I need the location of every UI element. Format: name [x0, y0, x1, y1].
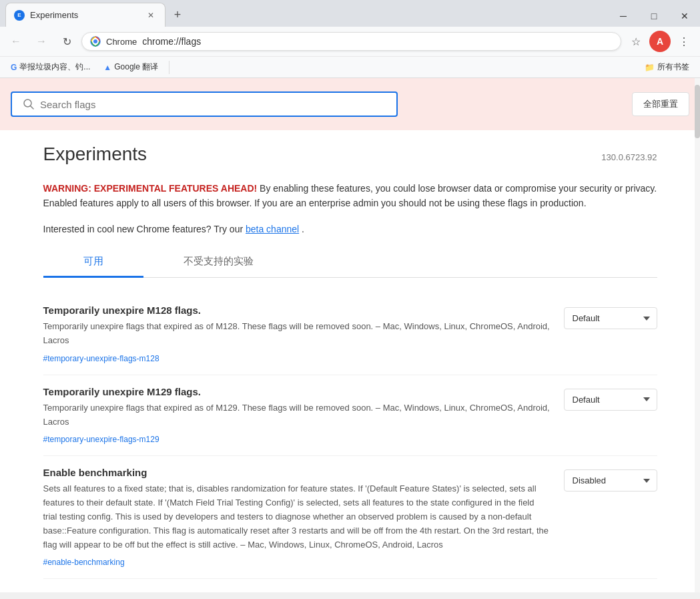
tab-unsupported[interactable]: 不受支持的实验	[143, 247, 294, 278]
flag-control-m129[interactable]: Default Enabled Disabled	[564, 386, 657, 411]
star-icon: ☆	[631, 35, 641, 48]
bookmarks-separator	[169, 61, 169, 74]
browser-tab[interactable]: E Experiments ✕	[5, 3, 165, 27]
tab-favicon: E	[14, 10, 25, 21]
bookmark-star-button[interactable]: ☆	[625, 31, 647, 52]
profile-initial: A	[657, 36, 663, 47]
bookmark-spam-label: 举报垃圾内容、钓...	[19, 61, 90, 73]
version-label: 130.0.6723.92	[601, 152, 657, 162]
minimize-button[interactable]: ─	[608, 5, 639, 27]
folder-label: 所有书签	[657, 61, 689, 73]
menu-button[interactable]: ⋮	[673, 31, 695, 52]
bookmark-item-translate[interactable]: ▲ Google 翻译	[98, 59, 163, 75]
flag-desc-benchmarking: Sets all features to a fixed state; that…	[43, 482, 551, 552]
flags-warning: WARNING: EXPERIMENTAL FEATURES AHEAD! By…	[43, 181, 657, 211]
forward-icon: →	[36, 35, 47, 47]
address-bar[interactable]: Chrome	[81, 32, 621, 51]
flags-tabs: 可用 不受支持的实验	[43, 247, 657, 278]
flag-name-m129: Temporarily unexpire M129 flags.	[43, 386, 551, 397]
refresh-icon: ↻	[63, 35, 71, 48]
back-button[interactable]: ←	[5, 31, 27, 52]
bookmarks-folder[interactable]: 📁 所有书签	[639, 59, 695, 75]
search-flags-input[interactable]	[40, 99, 386, 110]
flags-search-area: 全部重置	[0, 78, 700, 130]
flag-control-benchmarking[interactable]: Default Enabled Disabled	[564, 467, 657, 491]
beta-suffix: .	[302, 224, 304, 234]
flag-info-m128: Temporarily unexpire M128 flags. Tempora…	[43, 305, 551, 364]
reset-all-button[interactable]: 全部重置	[632, 92, 689, 116]
beta-intro: Interested in cool new Chrome features? …	[43, 224, 246, 234]
flag-desc-m128: Temporarily unexpire flags that expired …	[43, 320, 551, 348]
forward-button[interactable]: →	[31, 31, 52, 52]
nav-icons-right: ☆ A ⋮	[625, 31, 695, 52]
new-tab-button[interactable]: +	[168, 5, 187, 24]
address-input[interactable]	[142, 36, 613, 47]
profile-button[interactable]: A	[649, 31, 671, 52]
menu-icon: ⋮	[679, 35, 689, 48]
page-content: 全部重置 Experiments 130.0.6723.92 WARNING: …	[0, 78, 700, 592]
tab-title: Experiments	[30, 10, 139, 20]
scrollbar[interactable]	[695, 78, 700, 592]
bookmarks-bar: G 举报垃圾内容、钓... ▲ Google 翻译 📁 所有书签	[0, 56, 700, 77]
flag-name-benchmarking: Enable benchmarking	[43, 467, 551, 478]
flag-desc-m129: Temporarily unexpire flags that expired …	[43, 401, 551, 429]
flag-select-benchmarking[interactable]: Default Enabled Disabled	[564, 469, 657, 491]
flag-link-benchmarking[interactable]: #enable-benchmarking	[43, 558, 125, 567]
search-icon	[23, 98, 35, 110]
flag-name-m128: Temporarily unexpire M128 flags.	[43, 305, 551, 316]
flag-item-m129: Temporarily unexpire M129 flags. Tempora…	[43, 375, 657, 457]
flags-main: Experiments 130.0.6723.92 WARNING: EXPER…	[17, 130, 684, 592]
close-button[interactable]: ✕	[669, 5, 700, 27]
refresh-button[interactable]: ↻	[56, 31, 77, 52]
page-title: Experiments	[43, 144, 147, 165]
flag-select-m129[interactable]: Default Enabled Disabled	[564, 389, 657, 411]
flags-beta-line: Interested in cool new Chrome features? …	[43, 222, 657, 236]
flag-control-m128[interactable]: Default Enabled Disabled	[564, 305, 657, 329]
folder-icon: 📁	[645, 63, 655, 72]
flag-link-m129[interactable]: #temporary-unexpire-flags-m129	[43, 435, 159, 444]
beta-channel-link[interactable]: beta channel	[246, 224, 299, 234]
flag-select-m128[interactable]: Default Enabled Disabled	[564, 307, 657, 329]
tab-close-icon[interactable]: ✕	[145, 9, 157, 21]
tab-available[interactable]: 可用	[43, 247, 143, 278]
flag-link-m128[interactable]: #temporary-unexpire-flags-m128	[43, 354, 159, 363]
scrollbar-thumb[interactable]	[695, 85, 700, 138]
flags-search-box[interactable]	[11, 91, 398, 117]
window-controls: ─ □ ✕	[608, 5, 700, 27]
maximize-button[interactable]: □	[639, 5, 669, 27]
bookmark-g-icon: G	[11, 63, 17, 72]
chrome-label: Chrome	[106, 37, 137, 47]
title-bar: E Experiments ✕ + ─ □ ✕	[0, 0, 700, 27]
bookmark-translate-icon: ▲	[103, 63, 111, 72]
svg-line-3	[31, 106, 34, 110]
navigation-bar: ← → ↻ Chrome ☆ A	[0, 27, 700, 56]
flag-item-m128: Temporarily unexpire M128 flags. Tempora…	[43, 294, 657, 375]
bookmark-translate-label: Google 翻译	[114, 61, 158, 73]
back-icon: ←	[11, 35, 21, 47]
flag-info-benchmarking: Enable benchmarking Sets all features to…	[43, 467, 551, 568]
flag-info-m129: Temporarily unexpire M129 flags. Tempora…	[43, 386, 551, 445]
tab-strip: E Experiments ✕ +	[0, 0, 187, 27]
chrome-logo-icon	[90, 36, 101, 47]
flag-item-benchmarking: Enable benchmarking Sets all features to…	[43, 456, 657, 579]
svg-point-1	[93, 39, 97, 43]
bookmark-item-spam[interactable]: G 举报垃圾内容、钓...	[5, 59, 95, 75]
warning-label: WARNING: EXPERIMENTAL FEATURES AHEAD!	[43, 183, 258, 194]
browser-chrome: ← → ↻ Chrome ☆ A	[0, 27, 700, 78]
